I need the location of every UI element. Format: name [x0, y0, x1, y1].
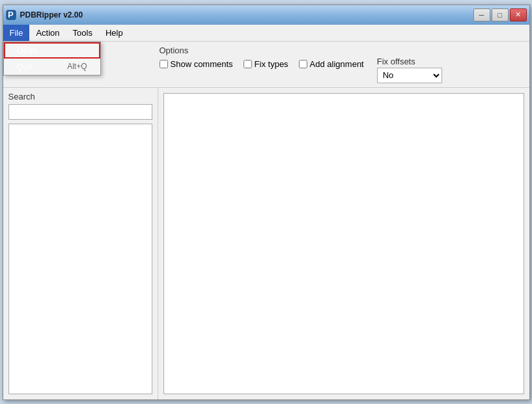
menu-item-file[interactable]: File Open Quit Alt+Q	[3, 25, 30, 41]
add-alignment-checkbox[interactable]: Add alignment	[299, 59, 364, 69]
fix-offsets-section: Fix offsets No Yes Auto	[377, 57, 442, 83]
menu-open-item[interactable]: Open	[4, 42, 100, 59]
app-window: P PDBRipper v2.00 ─ □ ✕ File Open Quit A…	[3, 5, 530, 400]
title-bar-left: P PDBRipper v2.00	[6, 10, 83, 20]
title-bar: P PDBRipper v2.00 ─ □ ✕	[3, 5, 529, 25]
quit-shortcut: Alt+Q	[67, 62, 87, 71]
left-list	[8, 124, 152, 394]
main-content: Options Show comments Fix types Add alig…	[3, 42, 529, 399]
show-comments-input[interactable]	[160, 60, 168, 68]
fix-types-checkbox[interactable]: Fix types	[244, 59, 288, 69]
menu-item-action[interactable]: Action	[29, 25, 66, 41]
search-input[interactable]	[8, 104, 152, 120]
left-panel: Search	[3, 88, 158, 399]
bottom-area: Search	[3, 88, 529, 399]
menu-item-tools[interactable]: Tools	[66, 25, 99, 41]
fix-offsets-label: Fix offsets	[377, 57, 415, 66]
right-panel	[163, 93, 524, 394]
app-icon: P	[6, 10, 16, 20]
minimize-button[interactable]: ─	[473, 8, 490, 21]
title-bar-controls: ─ □ ✕	[473, 8, 527, 21]
window-title: PDBRipper v2.00	[20, 10, 83, 20]
menu-quit-item[interactable]: Quit Alt+Q	[4, 59, 100, 75]
maximize-button[interactable]: □	[492, 8, 509, 21]
options-controls: Show comments Fix types Add alignment Fi…	[160, 57, 522, 83]
fix-types-input[interactable]	[244, 60, 252, 68]
options-checkboxes: Show comments Fix types Add alignment	[160, 59, 364, 69]
svg-text:P: P	[8, 10, 14, 20]
search-label: Search	[8, 92, 152, 101]
file-dropdown: Open Quit Alt+Q	[3, 42, 101, 75]
show-comments-checkbox[interactable]: Show comments	[160, 59, 233, 69]
options-section-label: Options	[160, 46, 522, 55]
menu-item-help[interactable]: Help	[99, 25, 130, 41]
close-button[interactable]: ✕	[510, 8, 527, 21]
add-alignment-input[interactable]	[299, 60, 307, 68]
menu-bar: File Open Quit Alt+Q Action Tools Help	[3, 25, 529, 42]
fix-offsets-select[interactable]: No Yes Auto	[377, 68, 442, 83]
